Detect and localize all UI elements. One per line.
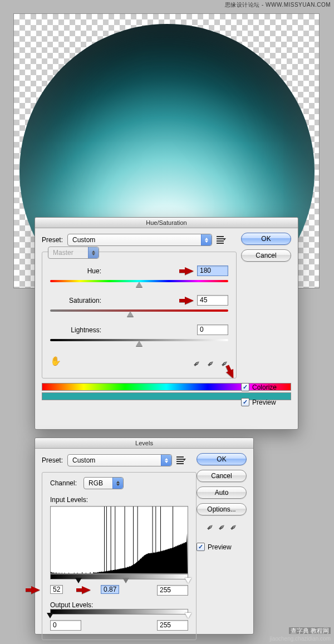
edit-channel-value: Master (48, 249, 78, 257)
watermark-top: 思缘设计论坛 - WWW.MISSYUAN.COM (225, 1, 331, 9)
dialog-buttons: OK Cancel Colorize Preview (241, 233, 291, 406)
dialog-title: Levels (35, 438, 253, 449)
channel-value: RGB (84, 479, 107, 487)
auto-button[interactable]: Auto (197, 486, 247, 499)
saturation-label: Saturation: (50, 297, 106, 304)
colorize-checkbox[interactable]: Colorize (241, 383, 291, 391)
preview-checkbox[interactable]: Preview (197, 543, 247, 551)
hue-saturation-dialog: Hue/Saturation OK Cancel Colorize Previe… (35, 217, 298, 430)
preset-value: Custom (68, 236, 100, 244)
eyedropper-group: ✒ ✒ ✒ (193, 358, 228, 369)
black-point-eyedropper-icon[interactable]: ✒ (204, 521, 216, 534)
svg-rect-10 (173, 507, 173, 573)
eyedropper-add-icon[interactable]: ✒ (204, 357, 217, 370)
chevron-updown-icon (201, 234, 212, 245)
svg-rect-9 (160, 507, 161, 573)
dialog-title: Hue/Saturation (35, 218, 298, 228)
preview-checkbox[interactable]: Preview (241, 398, 291, 406)
black-point-handle[interactable] (75, 578, 82, 583)
hue-input[interactable]: 180 (197, 266, 228, 276)
checkbox-icon (197, 543, 205, 551)
histogram-svg (51, 507, 188, 573)
lightness-input[interactable]: 0 (197, 325, 228, 335)
chevron-updown-icon (112, 478, 123, 489)
svg-rect-1 (106, 507, 107, 573)
svg-rect-7 (153, 507, 153, 573)
lightness-slider[interactable] (50, 337, 228, 343)
annotation-arrow (185, 297, 194, 304)
svg-rect-4 (125, 507, 125, 573)
svg-rect-0 (104, 507, 105, 573)
hue-slider[interactable] (50, 278, 228, 284)
preset-menu-icon[interactable] (176, 456, 185, 464)
cancel-button[interactable]: Cancel (197, 470, 247, 482)
hue-label: Hue: (50, 267, 106, 275)
ok-button[interactable]: OK (241, 233, 291, 245)
ok-button[interactable]: OK (197, 453, 247, 465)
output-white-input[interactable]: 255 (157, 620, 188, 631)
slider-thumb[interactable] (136, 341, 143, 346)
input-gamma-input[interactable]: 0.87 (101, 585, 119, 594)
levels-dialog: Levels OK Cancel Auto Options... ✒ ✒ ✒ P… (35, 437, 254, 635)
targeted-adjustment-icon[interactable]: ✋ (50, 356, 61, 366)
output-black-handle[interactable] (47, 613, 53, 618)
dialog-buttons: OK Cancel Auto Options... ✒ ✒ ✒ Preview (197, 453, 247, 551)
white-point-handle[interactable] (185, 578, 191, 583)
checkbox-icon (241, 383, 249, 391)
colorize-label: Colorize (252, 384, 277, 391)
preview-label: Preview (208, 543, 232, 551)
annotation-arrow (185, 267, 194, 275)
edit-channel-select: Master (48, 247, 99, 259)
input-black-input[interactable]: 52 (50, 585, 63, 594)
annotation-arrow (31, 586, 40, 594)
svg-rect-3 (115, 507, 115, 573)
slider-thumb[interactable] (136, 282, 143, 287)
histogram (50, 506, 188, 574)
saturation-input[interactable]: 45 (197, 295, 228, 306)
eyedropper-subtract-icon[interactable]: ✒ (218, 357, 230, 370)
eyedropper-icon[interactable]: ✒ (190, 357, 203, 370)
input-levels-label: Input Levels: (50, 496, 88, 504)
svg-rect-6 (137, 507, 138, 573)
white-point-eyedropper-icon[interactable]: ✒ (227, 521, 239, 534)
options-button[interactable]: Options... (197, 503, 247, 515)
preset-label: Preset: (42, 236, 63, 244)
preset-label: Preset: (42, 456, 63, 464)
input-levels-slider[interactable] (50, 574, 188, 582)
output-black-input[interactable]: 0 (50, 620, 81, 631)
chevron-updown-icon (88, 247, 99, 258)
gray-point-eyedropper-icon[interactable]: ✒ (215, 521, 228, 534)
preset-menu-icon[interactable] (217, 236, 225, 244)
lightness-label: Lightness: (50, 326, 106, 334)
gamma-handle[interactable] (122, 578, 129, 583)
cancel-button[interactable]: Cancel (241, 249, 291, 262)
saturation-slider[interactable] (50, 308, 228, 313)
annotation-arrow (82, 586, 91, 594)
channel-label: Channel: (50, 479, 84, 487)
channel-select[interactable]: RGB (84, 477, 124, 489)
output-white-handle[interactable] (185, 613, 191, 618)
output-levels-slider[interactable] (50, 609, 188, 617)
input-white-input[interactable]: 255 (157, 585, 188, 596)
svg-rect-8 (155, 507, 156, 573)
preset-value: Custom (68, 456, 100, 464)
watermark-bottom: 查字典 教程网 jiaocheng.chazidian.com (269, 627, 331, 642)
output-levels-label: Output Levels: (50, 601, 93, 609)
preview-label: Preview (252, 399, 276, 406)
checkbox-icon (241, 398, 249, 406)
slider-thumb[interactable] (127, 311, 134, 317)
svg-rect-2 (111, 507, 111, 573)
preset-select[interactable]: Custom (67, 454, 172, 466)
svg-rect-5 (133, 507, 134, 573)
chevron-updown-icon (161, 455, 171, 466)
preset-select[interactable]: Custom (67, 234, 212, 246)
